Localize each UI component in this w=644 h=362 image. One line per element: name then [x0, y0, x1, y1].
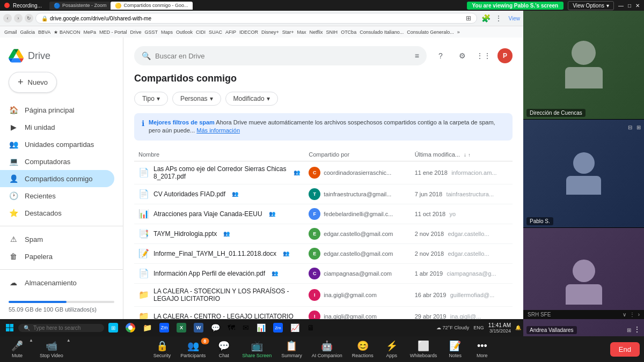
whiteboards-button[interactable]: ⬜ Whiteboards	[406, 338, 442, 360]
extensions-icon[interactable]: 🧩	[481, 14, 491, 23]
chat-button[interactable]: 💬 Chat	[211, 338, 237, 360]
reload-button[interactable]: ↻	[25, 14, 33, 23]
taskbar-app-explorer[interactable]: 📁	[140, 322, 155, 333]
table-row[interactable]: 📝 Informe_Final_TAYM_LH_01.11.2018.docx …	[134, 243, 513, 263]
bookmark-disney[interactable]: Disney+	[261, 29, 279, 35]
table-row[interactable]: 📊 Atracciones para Viaje Canada-EEUU 👥 F…	[134, 204, 513, 224]
sidebar-item-spam[interactable]: ⚠ Spam	[0, 231, 114, 248]
taskbar-search-input[interactable]	[33, 325, 99, 331]
taskbar-app-word[interactable]: W	[191, 322, 207, 334]
video-expand-btn-3[interactable]: ⊞	[627, 324, 631, 334]
taskbar-app-chrome[interactable]	[122, 322, 138, 334]
filter-people-button[interactable]: Personas ▾	[172, 92, 221, 106]
mute-chevron-icon[interactable]: ▲	[29, 338, 33, 343]
sidebar-item-shared-with-me[interactable]: 👤 Compartidos conmigo	[0, 170, 114, 187]
taskbar-search-bar[interactable]: 🔍	[18, 324, 104, 332]
taskbar-app-extra3[interactable]: 🖥	[304, 322, 318, 333]
summary-button[interactable]: 📋 Summary	[277, 338, 306, 360]
restore-icon[interactable]: □	[628, 3, 631, 9]
bookmark-netflix[interactable]: Netflix	[310, 29, 323, 35]
bookmark-suac[interactable]: SUAC	[209, 29, 222, 35]
bookmark-consulado-it[interactable]: Consulado Italiano...	[360, 29, 404, 35]
srh-expand-icon[interactable]: ›	[638, 312, 640, 317]
companion-button[interactable]: 🤖 AI Companion	[308, 338, 347, 360]
view-options-button[interactable]: View Options ▾	[568, 1, 614, 10]
bookmark-snih[interactable]: SNIH	[326, 29, 338, 35]
end-button[interactable]: End	[610, 342, 640, 357]
table-row[interactable]: 📄 Información App Perfil de elevación.pd…	[134, 263, 513, 283]
bookmark-bbva[interactable]: BBVA	[38, 29, 50, 35]
zoom-tab-google[interactable]: 🟡 Compartidos conmigo - Goo...	[111, 2, 192, 10]
apps-button[interactable]: ⚡ Apps	[379, 338, 405, 360]
filter-modified-button[interactable]: Modificado ▾	[225, 92, 278, 106]
bookmark-maps[interactable]: Maps	[161, 29, 173, 35]
video-more-btn-3[interactable]: ⋮	[633, 324, 641, 334]
bookmark-idecor[interactable]: IDECOR	[239, 29, 258, 35]
bookmark-drive[interactable]: Drive	[130, 29, 141, 35]
taskbar-app-maps[interactable]: 🗺	[224, 322, 238, 333]
bookmark-gsst[interactable]: GSST	[144, 29, 158, 35]
sidebar-item-shared-drives[interactable]: 👥 Unidades compartidas	[0, 136, 114, 153]
address-bar[interactable]: 🔒 ⊞	[35, 13, 477, 24]
taskbar-app-excel[interactable]: X	[173, 322, 189, 334]
sidebar-item-recent[interactable]: 🕐 Recientes	[0, 187, 114, 204]
participants-button[interactable]: 👥 Participants 8	[176, 338, 210, 360]
table-row[interactable]: 📄 CV Autoridades FIAD.pdf 👥 T tainfraest…	[134, 184, 513, 204]
table-row[interactable]: 📑 TAYM_Hidrologia.pptx 👥 E edgar.castell…	[134, 224, 513, 243]
bookmark-max[interactable]: Max	[297, 29, 306, 35]
bookmark-star[interactable]: Star+	[282, 29, 294, 35]
sidebar-item-my-drive[interactable]: ▶ Mi unidad	[0, 119, 114, 136]
table-row[interactable]: 📁 LA CALERA - STOECKLIN Y LOS PARAÍSOS -…	[134, 283, 513, 306]
taskbar-app-zoom[interactable]: Zm	[156, 322, 172, 334]
taskbar-app-extra1[interactable]: 📊	[253, 322, 269, 333]
share-screen-button[interactable]: 📺 Share Screen	[238, 338, 276, 360]
back-button[interactable]: ‹	[3, 14, 12, 23]
view-label[interactable]: View	[509, 16, 521, 21]
bookmark-more[interactable]: »	[457, 29, 460, 35]
taskbar-app-extra2[interactable]: 📈	[287, 322, 303, 333]
srh-more-icon[interactable]: ⋮	[630, 312, 635, 317]
bookmark-gmail[interactable]: Gmail	[4, 29, 17, 35]
stop-video-chevron-icon[interactable]: ▲	[67, 338, 71, 343]
address-input[interactable]	[50, 16, 464, 21]
zoom-tab-zoom[interactable]: 🔵 Posasistente - Zoom	[49, 2, 111, 10]
srh-chevron-icon[interactable]: ∨	[623, 312, 626, 317]
help-button[interactable]: ?	[433, 48, 448, 63]
security-button[interactable]: 🔒 Security	[149, 338, 175, 360]
bookmark-galicia[interactable]: Galicia	[20, 29, 35, 35]
close-icon[interactable]: ✕	[635, 3, 640, 9]
taskbar-app-mails[interactable]: ✉	[239, 322, 252, 333]
more-button[interactable]: ••• More	[469, 338, 495, 360]
sidebar-item-computers[interactable]: 💻 Computadoras	[0, 153, 114, 170]
taskbar-app-1[interactable]: ⊞	[105, 322, 121, 334]
info-link[interactable]: Más información	[196, 127, 240, 134]
drive-search-bar[interactable]: 🔍 ≡	[134, 46, 427, 65]
reactions-button[interactable]: 😊 Reactions	[348, 338, 378, 360]
grid-button[interactable]: ⋮⋮	[476, 48, 491, 63]
filter-type-button[interactable]: Tipo ▾	[134, 92, 168, 106]
notes-button[interactable]: 📝 Notes	[442, 338, 468, 360]
minimize-icon[interactable]: —	[618, 3, 624, 9]
taskbar-app-zoom2[interactable]: Zm	[270, 322, 286, 334]
sidebar-item-storage[interactable]: ☁ Almacenamiento	[0, 274, 114, 291]
sidebar-item-trash[interactable]: 🗑 Papelera	[0, 248, 114, 265]
more-options-icon[interactable]: ⋮	[495, 14, 502, 23]
bookmark-med[interactable]: MED - Portal	[99, 29, 127, 35]
settings-button[interactable]: ⚙	[455, 48, 470, 63]
notification-icon[interactable]: 🔔	[515, 325, 521, 330]
table-row[interactable]: 📄 Las APs como eje del Corredor Sierras …	[134, 161, 513, 184]
taskbar-app-whatsapp[interactable]: 💬	[208, 322, 223, 333]
bookmark-afip[interactable]: AFIP	[225, 29, 236, 35]
bookmark-outlook[interactable]: Outlook	[176, 29, 193, 35]
bookmark-bancon[interactable]: ★ BANCON	[54, 29, 80, 35]
search-input[interactable]	[155, 52, 411, 60]
profile-avatar[interactable]: P	[497, 48, 513, 63]
bookmark-cidi[interactable]: CIDI	[196, 29, 206, 35]
stop-video-button[interactable]: 📹 Stop Video	[35, 338, 68, 360]
bookmark-otcba[interactable]: OTCba	[341, 29, 356, 35]
new-button[interactable]: + Nuevo	[9, 72, 57, 93]
expand-video-icon[interactable]: ⊞	[636, 124, 641, 130]
taskbar-start-button[interactable]	[2, 322, 17, 333]
sidebar-item-starred[interactable]: ⭐ Destacados	[0, 204, 114, 221]
bookmark-consulato[interactable]: Consulato Generalo...	[407, 29, 454, 35]
